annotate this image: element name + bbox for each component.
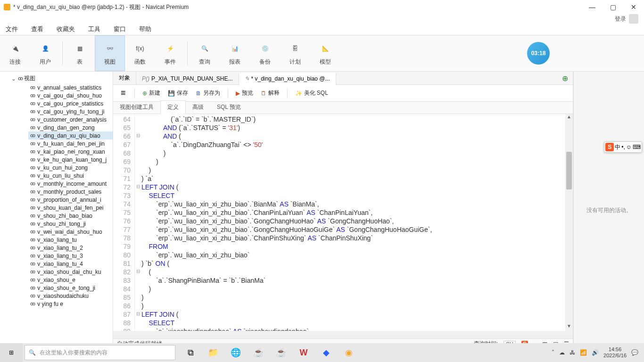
tree-item-v_ding_dan_gen_zong[interactable]: oov_ding_dan_gen_zong xyxy=(28,123,113,132)
wps-icon[interactable]: W xyxy=(292,343,315,362)
sogou-logo-icon: S xyxy=(605,143,614,151)
menu-窗口[interactable]: 窗口 xyxy=(114,25,126,33)
tree-item-v_fu_kuan_dai_fen_pei_jin[interactable]: oov_fu_kuan_dai_fen_pei_jin xyxy=(28,140,113,148)
ribbon-计划[interactable]: 🗄计划 xyxy=(280,35,310,71)
menu-工具[interactable]: 工具 xyxy=(88,25,100,33)
chrome-icon[interactable]: 🌐 xyxy=(224,343,247,362)
ribbon-icon-0: 🔌 xyxy=(8,41,23,56)
tray-network-icon[interactable]: 🖧 xyxy=(570,349,575,356)
ribbon-事件[interactable]: ⚡事件 xyxy=(155,35,185,71)
ribbon-连接[interactable]: 🔌连接 xyxy=(0,35,30,71)
tree-item-v_monthly_product_sales[interactable]: oov_monthly_product_sales xyxy=(28,188,113,196)
menu-文件[interactable]: 文件 xyxy=(6,25,18,33)
subtab-定义[interactable]: 定义 xyxy=(160,100,186,114)
explain-button[interactable]: 🗒解释 xyxy=(258,87,282,99)
tray-volume-icon[interactable]: 🔊 xyxy=(592,349,599,356)
sql-editor[interactable]: 6465666768697071727374757677787980818283… xyxy=(113,114,573,331)
close-button[interactable]: ✕ xyxy=(629,3,638,11)
tree-item-v_kai_piao_nei_rong_xuan[interactable]: oov_kai_piao_nei_rong_xuan xyxy=(28,148,113,156)
avatar[interactable] xyxy=(629,14,638,24)
tab-1[interactable]: P()P_XIA_TUI_PAN_DUAN_SHE... xyxy=(136,73,239,84)
ribbon-函数[interactable]: f(x)函数 xyxy=(125,35,155,71)
ribbon-表[interactable]: ▦表 xyxy=(65,35,95,71)
ribbon-用户[interactable]: 👤用户 xyxy=(30,35,60,71)
tree-item-v_xiao_liang_tu_2[interactable]: oov_xiao_liang_tu_2 xyxy=(28,244,113,252)
tree-item-v_xiao_liang_tu_4[interactable]: oov_xiao_liang_tu_4 xyxy=(28,260,113,268)
login-link[interactable]: 登录 xyxy=(615,15,626,23)
tree-item-v_shou_zhi_bao_biao[interactable]: oov_shou_zhi_bao_biao xyxy=(28,212,113,220)
view-icon: oo xyxy=(30,277,34,283)
save-button[interactable]: 💾保存 xyxy=(165,87,191,99)
tree-item-v_monthly_income_amount[interactable]: oov_monthly_income_amount xyxy=(28,180,113,188)
tray-notifications-icon[interactable]: 💬 xyxy=(631,349,638,356)
tree-item-v_xiao_shou_e_tong_ji[interactable]: oov_xiao_shou_e_tong_ji xyxy=(28,284,113,292)
tree-item-v_ku_cun_liu_shui[interactable]: oov_ku_cun_liu_shui xyxy=(28,172,113,180)
task-view-icon[interactable]: ⧉ xyxy=(179,343,202,362)
tabbar: 对象P()P_XIA_TUI_PAN_DUAN_SHE...✎* v_ding_… xyxy=(113,72,573,85)
menu-查看[interactable]: 查看 xyxy=(31,25,43,33)
tray-onedrive-icon[interactable]: ☁ xyxy=(559,349,565,356)
menu-icon[interactable]: ≡ xyxy=(117,88,130,98)
scroll-up-icon[interactable]: ▲ xyxy=(565,114,573,122)
floating-ime[interactable]: S 中 •, ☺ ⌨ xyxy=(604,141,642,153)
tray-clock[interactable]: 14:56 2022/6/16 xyxy=(603,346,627,359)
java-icon-2[interactable]: ☕ xyxy=(270,343,292,362)
ribbon-报表[interactable]: 📊报表 xyxy=(220,35,250,71)
content: 对象P()P_XIA_TUI_PAN_DUAN_SHE...✎* v_ding_… xyxy=(113,72,573,349)
tree-item-v_xiao_shou_e[interactable]: oov_xiao_shou_e xyxy=(28,276,113,284)
ribbon-模型[interactable]: 📐模型 xyxy=(310,35,340,71)
ribbon-视图[interactable]: 👓视图 xyxy=(95,35,125,71)
new-button[interactable]: ⊕新建 xyxy=(140,87,163,99)
tray-wifi-icon[interactable]: 📶 xyxy=(580,349,587,356)
tray-chevron-icon[interactable]: ˄ xyxy=(552,349,554,356)
saveas-button[interactable]: 🗎另存为 xyxy=(193,87,223,99)
menu-帮助[interactable]: 帮助 xyxy=(139,25,151,33)
tree-item-v_customer_order_analysis[interactable]: oov_customer_order_analysis xyxy=(28,115,113,123)
preview-button[interactable]: ▶预览 xyxy=(233,87,256,99)
tree-root-views[interactable]: ⌄ oo 视图 xyxy=(11,74,113,83)
start-button[interactable]: ⊞ xyxy=(0,343,23,362)
ime-punct: •, xyxy=(621,144,625,150)
tree-item-v_shou_zhi_tong_ji[interactable]: oov_shou_zhi_tong_ji xyxy=(28,220,113,228)
code-area[interactable]: (`a`.`ID` = `b`.`MASTER_ID`) AND (`a`.`S… xyxy=(141,114,565,331)
subtab-视图创建工具[interactable]: 视图创建工具 xyxy=(113,101,160,114)
tree-item-v ying fu e[interactable]: oov ying fu e xyxy=(28,300,113,308)
subtab-高级[interactable]: 高级 xyxy=(186,101,210,114)
vertical-scrollbar[interactable]: ▲ ▼ xyxy=(565,114,573,331)
ribbon-备份[interactable]: 💿备份 xyxy=(250,35,280,71)
scroll-thumb[interactable] xyxy=(566,152,572,189)
tree-item-v_xiao_shou_dai_chu_ku[interactable]: oov_xiao_shou_dai_chu_ku xyxy=(28,268,113,276)
navicat-taskbar-icon[interactable]: ◉ xyxy=(338,343,360,362)
minimize-button[interactable]: — xyxy=(587,3,597,11)
ribbon-查询[interactable]: 🔍查询 xyxy=(190,35,220,71)
tree-item-v_annual_sales_statistics[interactable]: oov_annual_sales_statistics xyxy=(28,83,113,91)
tree-item-v_xiao_liang_tu_3[interactable]: oov_xiao_liang_tu_3 xyxy=(28,252,113,260)
tab-2[interactable]: ✎* v_ding_dan_xu_qiu_biao @... xyxy=(239,73,336,85)
tree-item-v_cai_gou_price_statistics[interactable]: oov_cai_gou_price_statistics xyxy=(28,99,113,107)
horizontal-scrollbar[interactable] xyxy=(113,331,573,338)
menu-收藏夹[interactable]: 收藏夹 xyxy=(57,25,75,33)
tree-item-v_proportion_of_annual_i[interactable]: oov_proportion_of_annual_i xyxy=(28,196,113,204)
taskbar-search[interactable]: 🔍 在这里输入你要搜索的内容 xyxy=(25,345,175,360)
tree-item-v_xiaoshoudaichuku[interactable]: oov_xiaoshoudaichuku xyxy=(28,292,113,300)
clock-badge: 03:18 xyxy=(527,42,550,65)
maximize-button[interactable]: ▢ xyxy=(608,3,618,11)
tree-item-v_cai_gou_ying_fu_tong_ji[interactable]: oov_cai_gou_ying_fu_tong_ji xyxy=(28,107,113,115)
tree-item-v_wei_wai_dai_shou_huo[interactable]: oov_wei_wai_dai_shou_huo xyxy=(28,228,113,236)
tree-item-v_xiao_liang_tu[interactable]: oov_xiao_liang_tu xyxy=(28,236,113,244)
tree-item-v_shou_kuan_dai_fen_pei[interactable]: oov_shou_kuan_dai_fen_pei xyxy=(28,204,113,212)
tab-0[interactable]: 对象 xyxy=(113,72,136,84)
view-icon: oo xyxy=(30,237,34,243)
java-icon[interactable]: ☕ xyxy=(247,343,270,362)
subtab-SQL 预览[interactable]: SQL 预览 xyxy=(210,101,248,114)
tree-item-v_ding_dan_xu_qiu_biao[interactable]: oov_ding_dan_xu_qiu_biao xyxy=(28,132,113,140)
scroll-down-icon[interactable]: ▼ xyxy=(565,323,573,331)
tree-item-v_ku_cun_hui_zong[interactable]: oov_ku_cun_hui_zong xyxy=(28,164,113,172)
add-tab-button[interactable]: ⊕ xyxy=(557,73,573,84)
ime-keyboard-icon: ⌨ xyxy=(633,144,641,150)
explorer-icon[interactable]: 📁 xyxy=(202,343,224,362)
tree-item-v_cai_gou_dai_shou_huo[interactable]: oov_cai_gou_dai_shou_huo xyxy=(28,91,113,99)
app-icon-blue[interactable]: ◆ xyxy=(315,343,338,362)
beautify-button[interactable]: ✨美化 SQL xyxy=(292,87,331,99)
tree-item-v_ke_hu_qian_kuan_tong_j[interactable]: oov_ke_hu_qian_kuan_tong_j xyxy=(28,156,113,164)
